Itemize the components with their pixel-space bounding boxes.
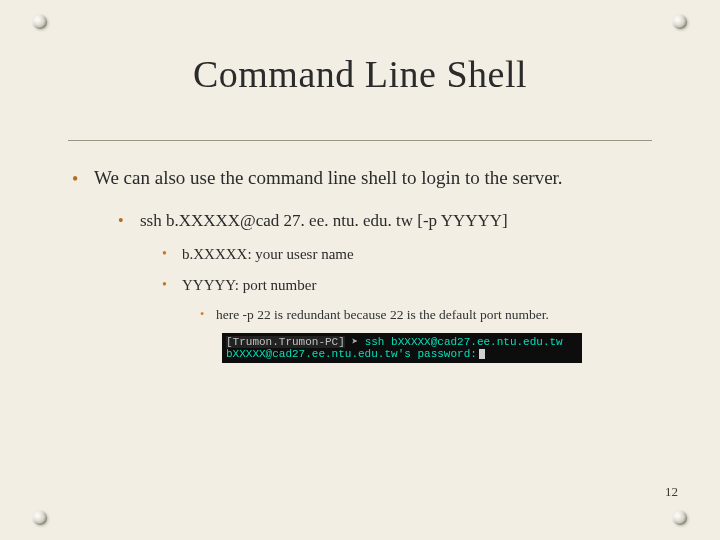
page-number: 12 <box>665 484 678 500</box>
ssh-command-text: ssh b.XXXXX@cad 27. ee. ntu. edu. tw [-p… <box>140 211 508 230</box>
port-note-text: here -p 22 is redundant because 22 is th… <box>216 307 549 322</box>
slide-title: Command Line Shell <box>0 52 720 96</box>
bullet-user-desc: b.XXXXX: your usesr name <box>162 244 648 265</box>
corner-ornament-bottom-left <box>30 508 50 528</box>
terminal-line2: bXXXXX@cad27.ee.ntu.edu.tw's password: <box>226 348 477 360</box>
bullet-port-desc: YYYYY: port number here -p 22 is redunda… <box>162 275 648 362</box>
content-area: We can also use the command line shell t… <box>72 165 648 373</box>
terminal-cursor-icon <box>479 349 485 359</box>
bullet-main: We can also use the command line shell t… <box>72 165 648 363</box>
bullet-ssh-command: ssh b.XXXXX@cad 27. ee. ntu. edu. tw [-p… <box>118 209 648 363</box>
user-desc-text: b.XXXXX: your usesr name <box>182 246 354 262</box>
slide: Command Line Shell We can also use the c… <box>0 0 720 540</box>
bullet-port-note: here -p 22 is redundant because 22 is th… <box>200 306 648 324</box>
terminal-arrow-icon: ➤ <box>351 336 358 348</box>
corner-ornament-bottom-right <box>670 508 690 528</box>
corner-ornament-top-right <box>670 12 690 32</box>
terminal-host: [Trumon.Trumon-PC] <box>226 336 345 348</box>
port-desc-text: YYYYY: port number <box>182 277 316 293</box>
bullet-main-text: We can also use the command line shell t… <box>94 167 563 188</box>
title-underline <box>68 140 652 141</box>
corner-ornament-top-left <box>30 12 50 32</box>
terminal-line1-cmd: ssh bXXXXX@cad27.ee.ntu.edu.tw <box>365 336 563 348</box>
terminal-screenshot: [Trumon.Trumon-PC] ➤ ssh bXXXXX@cad27.ee… <box>222 333 582 363</box>
